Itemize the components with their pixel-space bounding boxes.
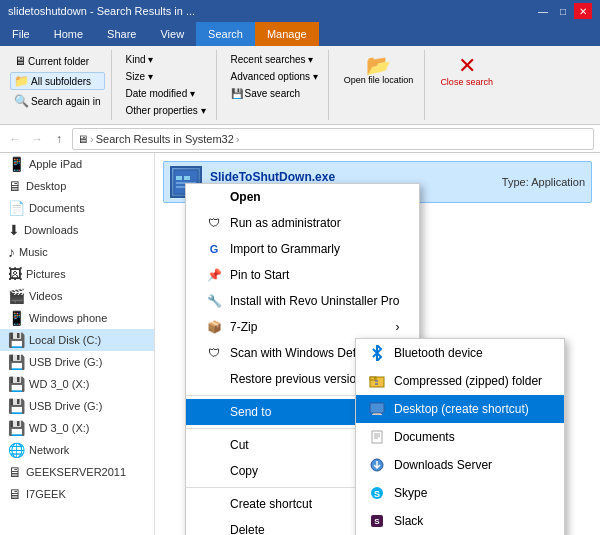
minimize-button[interactable]: —	[534, 3, 552, 19]
ribbon-group-options: Recent searches ▾ Advanced options ▾ 💾 S…	[221, 50, 329, 120]
search-again-button[interactable]: 🔍 Search again in	[10, 92, 105, 110]
ribbon: 🖥 Current folder 📁 All subfolders 🔍 Sear…	[0, 46, 600, 125]
pictures-icon: 🖼	[8, 266, 22, 282]
submenu-send-to: Bluetooth device Compressed (zipped) fol…	[355, 338, 565, 535]
svg-text:S: S	[374, 489, 380, 499]
sidebar-item-usb-drive-g[interactable]: 💾 USB Drive (G:)	[0, 351, 154, 373]
server-icon-1: 🖥	[8, 464, 22, 480]
other-properties-button[interactable]: Other properties ▾	[122, 103, 210, 118]
sidebar-item-usb-drive-g2[interactable]: 💾 USB Drive (G:)	[0, 395, 154, 417]
sidebar-item-desktop[interactable]: 🖥 Desktop	[0, 175, 154, 197]
submenu-skype[interactable]: S Skype	[356, 479, 564, 507]
sidebar-item-apple-ipad[interactable]: 📱 Apple iPad	[0, 153, 154, 175]
skype-icon: S	[368, 484, 386, 502]
kind-button[interactable]: Kind ▾	[122, 52, 210, 67]
usb-icon-2: 💾	[8, 398, 25, 414]
sidebar-item-wd-x[interactable]: 💾 WD 3_0 (X:)	[0, 373, 154, 395]
videos-icon: 🎬	[8, 288, 25, 304]
svg-rect-12	[372, 431, 382, 443]
up-button[interactable]: ↑	[50, 130, 68, 148]
delete-icon	[206, 522, 222, 535]
defender-icon: 🛡	[206, 345, 222, 361]
ribbon-tabs: File Home Share View Search Manage	[0, 22, 600, 46]
documents-submenu-icon	[368, 428, 386, 446]
ctx-run-admin[interactable]: 🛡 Run as administrator	[186, 210, 419, 236]
music-icon: ♪	[8, 244, 15, 260]
size-button[interactable]: Size ▾	[122, 69, 210, 84]
download-submenu-icon	[368, 456, 386, 474]
breadcrumb-item: 🖥	[77, 133, 88, 145]
close-button[interactable]: ✕	[574, 3, 592, 19]
sidebar-item-music[interactable]: ♪ Music	[0, 241, 154, 263]
tab-view[interactable]: View	[148, 22, 196, 46]
search-again-icon: 🔍	[14, 94, 29, 108]
date-modified-button[interactable]: Date modified ▾	[122, 86, 210, 101]
svg-rect-9	[370, 403, 384, 413]
title-bar-controls: — □ ✕	[534, 3, 592, 19]
svg-rect-8	[375, 383, 378, 385]
sidebar-item-videos[interactable]: 🎬 Videos	[0, 285, 154, 307]
folder-icon: 🖥	[14, 54, 26, 68]
file-type: Type: Application	[502, 176, 585, 188]
sidebar-item-documents[interactable]: 📄 Documents	[0, 197, 154, 219]
ctx-revo[interactable]: 🔧 Install with Revo Uninstaller Pro	[186, 288, 419, 314]
ribbon-group-refine: Kind ▾ Size ▾ Date modified ▾ Other prop…	[116, 50, 217, 120]
ctx-open[interactable]: Open	[186, 184, 419, 210]
open-folder-icon: 📂	[366, 55, 391, 75]
svg-text:S: S	[374, 517, 380, 526]
admin-icon: 🛡	[206, 215, 222, 231]
recent-searches-button[interactable]: Recent searches ▾	[227, 52, 322, 67]
close-search-button[interactable]: ✕ Close search	[435, 52, 498, 90]
tablet-icon: 📱	[8, 156, 25, 172]
downloads-icon: ⬇	[8, 222, 20, 238]
sidebar: 📱 Apple iPad 🖥 Desktop 📄 Documents ⬇ Dow…	[0, 153, 155, 535]
open-file-location-button[interactable]: 📂 Open file location	[339, 52, 419, 88]
phone-icon: 📱	[8, 310, 25, 326]
submenu-compressed[interactable]: Compressed (zipped) folder	[356, 367, 564, 395]
sidebar-item-pictures[interactable]: 🖼 Pictures	[0, 263, 154, 285]
desktop-icon: 🖥	[8, 178, 22, 194]
shortcut-icon	[206, 496, 222, 512]
tab-file[interactable]: File	[0, 22, 42, 46]
maximize-button[interactable]: □	[554, 3, 572, 19]
open-icon	[206, 189, 222, 205]
sidebar-item-wd-x2[interactable]: 💾 WD 3_0 (X:)	[0, 417, 154, 439]
sidebar-item-geekserver[interactable]: 🖥 GEEKSERVER2011	[0, 461, 154, 483]
submenu-bluetooth[interactable]: Bluetooth device	[356, 339, 564, 367]
submenu-downloads-server[interactable]: Downloads Server	[356, 451, 564, 479]
sidebar-item-i7geek[interactable]: 🖥 I7GEEK	[0, 483, 154, 505]
svg-rect-11	[372, 414, 382, 415]
tab-search[interactable]: Search	[196, 22, 255, 46]
ribbon-group-open: 📂 Open file location	[333, 50, 426, 120]
ctx-7zip[interactable]: 📦 7-Zip ›	[186, 314, 419, 340]
sidebar-item-local-disk[interactable]: 💾 Local Disk (C:)	[0, 329, 154, 351]
save-search-button[interactable]: 💾 Save search	[227, 86, 322, 101]
ctx-grammarly[interactable]: G Import to Grammarly	[186, 236, 419, 262]
submenu-slack[interactable]: S Slack	[356, 507, 564, 535]
sidebar-item-downloads[interactable]: ⬇ Downloads	[0, 219, 154, 241]
svg-rect-7	[375, 380, 378, 382]
restore-icon	[206, 371, 222, 387]
sidebar-item-network[interactable]: 🌐 Network	[0, 439, 154, 461]
forward-button[interactable]: →	[28, 130, 46, 148]
submenu-desktop[interactable]: Desktop (create shortcut)	[356, 395, 564, 423]
ctx-pin-start[interactable]: 📌 Pin to Start	[186, 262, 419, 288]
submenu-documents[interactable]: Documents	[356, 423, 564, 451]
current-folder-button[interactable]: 🖥 Current folder	[10, 52, 105, 70]
tab-share[interactable]: Share	[95, 22, 148, 46]
slack-icon: S	[368, 512, 386, 530]
all-subfolders-button[interactable]: 📁 All subfolders	[10, 72, 105, 90]
pin-icon: 📌	[206, 267, 222, 283]
tab-home[interactable]: Home	[42, 22, 95, 46]
back-button[interactable]: ←	[6, 130, 24, 148]
revo-icon: 🔧	[206, 293, 222, 309]
copy-icon	[206, 463, 222, 479]
desktop-shortcut-icon	[368, 400, 386, 418]
sidebar-item-windows-phone[interactable]: 📱 Windows phone	[0, 307, 154, 329]
compressed-folder-icon	[368, 372, 386, 390]
breadcrumb[interactable]: 🖥 › Search Results in System32 ›	[72, 128, 594, 150]
tab-manage[interactable]: Manage	[255, 22, 319, 46]
advanced-options-button[interactable]: Advanced options ▾	[227, 69, 322, 84]
title-bar: slidetoshutdown - Search Results in ... …	[0, 0, 600, 22]
title-bar-text: slidetoshutdown - Search Results in ...	[8, 5, 534, 17]
